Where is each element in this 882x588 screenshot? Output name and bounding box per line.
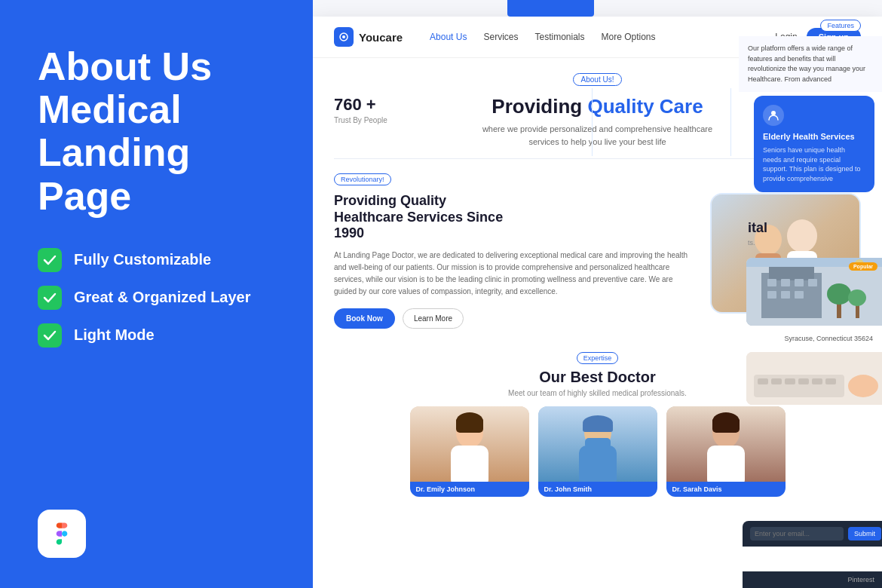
hero-tag: About Us! [573, 73, 623, 86]
quality-title: Providing QualityHealthcare Services Sin… [334, 193, 694, 242]
hero-line-right [730, 88, 731, 156]
svg-rect-16 [456, 418, 483, 433]
svg-rect-25 [707, 446, 745, 482]
svg-point-7 [755, 225, 782, 255]
quality-buttons: Book Now Learn More [334, 308, 694, 329]
hero-subtitle: where we provide personalized and compre… [482, 123, 712, 148]
doctor-name-1: Dr. Emily Johnson [410, 482, 529, 497]
doctor-card-1: Dr. Emily Johnson [410, 406, 529, 497]
feature-item-1: Fully Customizable [38, 248, 275, 272]
nav-actions: Login Sign up [775, 28, 861, 46]
right-panel: Youcare About Us Services Testimonials M… [313, 0, 882, 588]
feature-item-2: Great & Organized Layer [38, 286, 275, 310]
email-submit-button[interactable]: Submit [848, 527, 881, 541]
nav-logo: Youcare [334, 27, 403, 47]
quality-tag: Revolutionary! [334, 173, 391, 185]
doctor-name-3: Dr. Sarah Davis [666, 482, 786, 497]
login-button[interactable]: Login [775, 32, 797, 42]
doctor-card-2: Dr. John Smith [538, 406, 657, 497]
email-input[interactable] [750, 527, 844, 541]
left-panel: About Us Medical Landing Page Fully Cust… [0, 0, 313, 588]
quality-description: At Landing Page Doctor, we are dedicated… [334, 250, 694, 298]
quality-image [710, 193, 861, 314]
stat-right: 660 + Has Recovered [801, 95, 861, 124]
page-title: About Us Medical Landing Page [38, 45, 275, 218]
svg-rect-27 [712, 418, 740, 433]
logo-icon [334, 27, 354, 47]
expertise-section: Expertise Our Best Doctor Meet our team … [313, 341, 882, 509]
hero-title: Providing Quality Care [482, 95, 712, 118]
doctor-card-3: Dr. Sarah Davis [666, 406, 786, 497]
doctor-img-2 [538, 406, 657, 482]
feature-label-2: Great & Organized Layer [74, 289, 251, 306]
feature-list: Fully Customizable Great & Organized Lay… [38, 248, 275, 348]
feature-label-1: Fully Customizable [74, 251, 211, 268]
expertise-subtitle: Meet our team of highly skilled medical … [334, 389, 861, 397]
footer-right: Pinterest [743, 571, 882, 588]
nav-links: About Us Services Testimonials More Opti… [430, 32, 775, 42]
navbar: Youcare About Us Services Testimonials M… [313, 17, 882, 58]
svg-rect-9 [749, 285, 825, 291]
svg-rect-20 [583, 423, 613, 432]
feature-item-3: Light Mode [38, 323, 275, 348]
stat-right-number: 660 + [801, 95, 861, 115]
check-icon-1 [38, 248, 62, 272]
svg-rect-22 [579, 446, 617, 482]
email-bar: Submit [743, 521, 882, 547]
nav-link-about[interactable]: About Us [430, 32, 467, 42]
figma-logo [38, 510, 86, 558]
hero-section: About Us! 760 + Trust By People Providin… [313, 58, 882, 158]
hero-line-left [592, 88, 593, 156]
stat-left: 760 + Trust By People [334, 95, 394, 124]
stat-left-number: 760 + [334, 95, 394, 115]
doctors-row: Dr. Emily Johnson [334, 406, 861, 497]
svg-point-4 [787, 219, 817, 253]
footer-link[interactable]: Pinterest [847, 576, 874, 583]
svg-rect-14 [451, 446, 488, 482]
nav-link-services[interactable]: Services [483, 32, 518, 42]
hero-center: Providing Quality Care where we provide … [482, 95, 712, 148]
hero-stats: 760 + Trust By People Providing Quality … [334, 95, 861, 148]
nav-link-more[interactable]: More Options [602, 32, 656, 42]
expertise-tag: Expertise [577, 352, 619, 364]
check-icon-2 [38, 286, 62, 310]
learn-more-button[interactable]: Learn More [403, 308, 464, 329]
book-now-button[interactable]: Book Now [334, 308, 395, 329]
top-accent-bar [507, 0, 594, 17]
doctor-img-3 [666, 406, 786, 482]
left-content: About Us Medical Landing Page Fully Cust… [38, 45, 275, 348]
stat-right-label: Has Recovered [801, 116, 861, 124]
expertise-title: Our Best Doctor [334, 369, 861, 386]
svg-rect-3 [712, 194, 861, 314]
feature-label-3: Light Mode [74, 326, 155, 344]
stat-left-label: Trust By People [334, 116, 394, 124]
signup-button[interactable]: Sign up [807, 28, 861, 46]
quality-text: Providing QualityHealthcare Services Sin… [334, 193, 694, 329]
quality-content: Providing QualityHealthcare Services Sin… [334, 193, 861, 329]
doctor-img-1 [410, 406, 529, 482]
svg-point-1 [342, 35, 345, 38]
doctor-name-2: Dr. John Smith [538, 482, 657, 497]
website-mockup: Youcare About Us Services Testimonials M… [313, 17, 882, 588]
nav-link-testimonials[interactable]: Testimonials [534, 32, 584, 42]
check-icon-3 [38, 323, 62, 348]
svg-point-11 [825, 267, 846, 285]
quality-section: Revolutionary! Providing QualityHealthca… [313, 159, 882, 341]
